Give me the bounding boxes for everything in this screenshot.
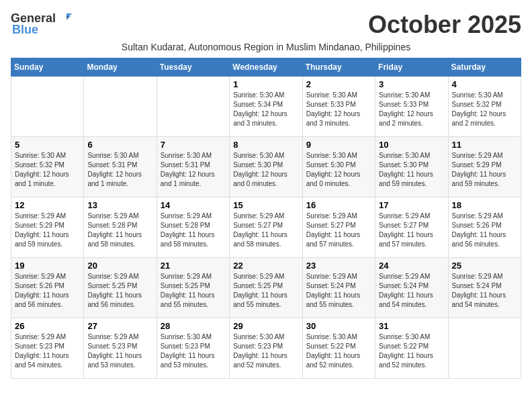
day-cell: 5Sunrise: 5:30 AM Sunset: 5:32 PM Daylig… xyxy=(11,137,84,197)
day-info: Sunrise: 5:30 AM Sunset: 5:30 PM Dayligh… xyxy=(233,151,298,189)
day-number: 19 xyxy=(15,261,80,271)
day-number: 15 xyxy=(233,200,298,210)
day-cell: 20Sunrise: 5:29 AM Sunset: 5:25 PM Dayli… xyxy=(84,258,157,318)
day-info: Sunrise: 5:30 AM Sunset: 5:33 PM Dayligh… xyxy=(306,91,371,128)
day-number: 8 xyxy=(233,140,298,150)
day-info: Sunrise: 5:29 AM Sunset: 5:23 PM Dayligh… xyxy=(15,332,80,370)
day-number: 28 xyxy=(161,321,226,331)
day-cell: 30Sunrise: 5:30 AM Sunset: 5:22 PM Dayli… xyxy=(302,318,375,379)
col-header-monday: Monday xyxy=(84,58,157,77)
calendar-body: 1Sunrise: 5:30 AM Sunset: 5:34 PM Daylig… xyxy=(11,77,521,379)
day-cell: 26Sunrise: 5:29 AM Sunset: 5:23 PM Dayli… xyxy=(11,318,84,379)
day-number: 7 xyxy=(161,140,226,150)
day-cell: 13Sunrise: 5:29 AM Sunset: 5:28 PM Dayli… xyxy=(84,197,157,258)
day-cell: 3Sunrise: 5:30 AM Sunset: 5:33 PM Daylig… xyxy=(375,77,448,137)
day-number: 21 xyxy=(161,261,226,271)
day-number: 12 xyxy=(15,200,80,210)
day-info: Sunrise: 5:29 AM Sunset: 5:29 PM Dayligh… xyxy=(452,151,517,189)
day-number: 2 xyxy=(306,79,371,89)
day-cell xyxy=(157,77,229,137)
day-number: 9 xyxy=(306,140,371,150)
day-number: 14 xyxy=(161,200,226,210)
calendar-table: SundayMondayTuesdayWednesdayThursdayFrid… xyxy=(11,58,521,379)
month-title: October 2025 xyxy=(368,11,521,39)
day-cell: 27Sunrise: 5:29 AM Sunset: 5:23 PM Dayli… xyxy=(84,318,157,379)
day-info: Sunrise: 5:29 AM Sunset: 5:28 PM Dayligh… xyxy=(161,212,226,249)
day-info: Sunrise: 5:30 AM Sunset: 5:23 PM Dayligh… xyxy=(233,332,298,370)
day-cell: 15Sunrise: 5:29 AM Sunset: 5:27 PM Dayli… xyxy=(230,197,302,258)
day-cell: 4Sunrise: 5:30 AM Sunset: 5:32 PM Daylig… xyxy=(448,77,521,137)
day-cell: 11Sunrise: 5:29 AM Sunset: 5:29 PM Dayli… xyxy=(448,137,521,197)
day-cell: 29Sunrise: 5:30 AM Sunset: 5:23 PM Dayli… xyxy=(230,318,302,379)
day-info: Sunrise: 5:29 AM Sunset: 5:26 PM Dayligh… xyxy=(452,212,517,249)
day-info: Sunrise: 5:30 AM Sunset: 5:23 PM Dayligh… xyxy=(161,332,226,370)
day-info: Sunrise: 5:30 AM Sunset: 5:30 PM Dayligh… xyxy=(379,151,444,189)
day-cell xyxy=(11,77,84,137)
day-cell: 23Sunrise: 5:29 AM Sunset: 5:24 PM Dayli… xyxy=(302,258,375,318)
col-header-thursday: Thursday xyxy=(302,58,375,77)
day-cell: 12Sunrise: 5:29 AM Sunset: 5:29 PM Dayli… xyxy=(11,197,84,258)
day-number: 22 xyxy=(233,261,298,271)
day-cell: 17Sunrise: 5:29 AM Sunset: 5:27 PM Dayli… xyxy=(375,197,448,258)
day-info: Sunrise: 5:29 AM Sunset: 5:27 PM Dayligh… xyxy=(233,212,298,249)
day-number: 11 xyxy=(452,140,517,150)
col-header-saturday: Saturday xyxy=(448,58,521,77)
day-number: 30 xyxy=(306,321,371,331)
day-info: Sunrise: 5:30 AM Sunset: 5:32 PM Dayligh… xyxy=(15,151,80,189)
day-cell: 7Sunrise: 5:30 AM Sunset: 5:31 PM Daylig… xyxy=(157,137,229,197)
day-info: Sunrise: 5:29 AM Sunset: 5:23 PM Dayligh… xyxy=(87,332,152,370)
day-number: 10 xyxy=(379,140,444,150)
week-row-2: 5Sunrise: 5:30 AM Sunset: 5:32 PM Daylig… xyxy=(11,137,521,197)
logo-icon xyxy=(57,11,72,26)
day-info: Sunrise: 5:29 AM Sunset: 5:24 PM Dayligh… xyxy=(452,272,517,310)
day-info: Sunrise: 5:30 AM Sunset: 5:32 PM Dayligh… xyxy=(452,91,517,128)
day-number: 16 xyxy=(306,200,371,210)
day-number: 20 xyxy=(87,261,152,271)
day-number: 5 xyxy=(15,140,80,150)
day-cell: 2Sunrise: 5:30 AM Sunset: 5:33 PM Daylig… xyxy=(302,77,375,137)
day-number: 31 xyxy=(379,321,444,331)
page-header: General Blue October 2025 xyxy=(11,11,521,39)
day-cell: 25Sunrise: 5:29 AM Sunset: 5:24 PM Dayli… xyxy=(448,258,521,318)
day-info: Sunrise: 5:29 AM Sunset: 5:24 PM Dayligh… xyxy=(306,272,371,310)
week-row-4: 19Sunrise: 5:29 AM Sunset: 5:26 PM Dayli… xyxy=(11,258,521,318)
calendar-header: SundayMondayTuesdayWednesdayThursdayFrid… xyxy=(11,58,521,77)
day-info: Sunrise: 5:29 AM Sunset: 5:25 PM Dayligh… xyxy=(233,272,298,310)
day-info: Sunrise: 5:29 AM Sunset: 5:29 PM Dayligh… xyxy=(15,212,80,249)
day-number: 27 xyxy=(87,321,152,331)
day-info: Sunrise: 5:29 AM Sunset: 5:27 PM Dayligh… xyxy=(379,212,444,249)
day-number: 1 xyxy=(233,79,298,89)
day-number: 13 xyxy=(87,200,152,210)
col-header-sunday: Sunday xyxy=(11,58,84,77)
day-cell: 6Sunrise: 5:30 AM Sunset: 5:31 PM Daylig… xyxy=(84,137,157,197)
day-info: Sunrise: 5:30 AM Sunset: 5:22 PM Dayligh… xyxy=(379,332,444,370)
col-header-tuesday: Tuesday xyxy=(157,58,229,77)
day-number: 25 xyxy=(452,261,517,271)
day-info: Sunrise: 5:30 AM Sunset: 5:22 PM Dayligh… xyxy=(306,332,371,370)
subtitle: Sultan Kudarat, Autonomous Region in Mus… xyxy=(11,42,521,52)
logo-blue: Blue xyxy=(12,23,38,37)
day-number: 4 xyxy=(452,79,517,89)
day-cell: 9Sunrise: 5:30 AM Sunset: 5:30 PM Daylig… xyxy=(302,137,375,197)
day-cell: 22Sunrise: 5:29 AM Sunset: 5:25 PM Dayli… xyxy=(230,258,302,318)
week-row-3: 12Sunrise: 5:29 AM Sunset: 5:29 PM Dayli… xyxy=(11,197,521,258)
day-cell: 24Sunrise: 5:29 AM Sunset: 5:24 PM Dayli… xyxy=(375,258,448,318)
svg-marker-1 xyxy=(66,16,71,20)
day-number: 26 xyxy=(15,321,80,331)
day-info: Sunrise: 5:30 AM Sunset: 5:31 PM Dayligh… xyxy=(87,151,152,189)
week-row-5: 26Sunrise: 5:29 AM Sunset: 5:23 PM Dayli… xyxy=(11,318,521,379)
day-number: 17 xyxy=(379,200,444,210)
day-info: Sunrise: 5:30 AM Sunset: 5:33 PM Dayligh… xyxy=(379,91,444,128)
day-cell: 10Sunrise: 5:30 AM Sunset: 5:30 PM Dayli… xyxy=(375,137,448,197)
col-header-friday: Friday xyxy=(375,58,448,77)
day-info: Sunrise: 5:29 AM Sunset: 5:24 PM Dayligh… xyxy=(379,272,444,310)
day-info: Sunrise: 5:30 AM Sunset: 5:34 PM Dayligh… xyxy=(233,91,298,128)
day-cell xyxy=(84,77,157,137)
day-info: Sunrise: 5:30 AM Sunset: 5:31 PM Dayligh… xyxy=(161,151,226,189)
day-info: Sunrise: 5:29 AM Sunset: 5:27 PM Dayligh… xyxy=(306,212,371,249)
day-info: Sunrise: 5:30 AM Sunset: 5:30 PM Dayligh… xyxy=(306,151,371,189)
day-cell: 19Sunrise: 5:29 AM Sunset: 5:26 PM Dayli… xyxy=(11,258,84,318)
day-cell xyxy=(448,318,521,379)
day-cell: 18Sunrise: 5:29 AM Sunset: 5:26 PM Dayli… xyxy=(448,197,521,258)
col-header-wednesday: Wednesday xyxy=(230,58,302,77)
